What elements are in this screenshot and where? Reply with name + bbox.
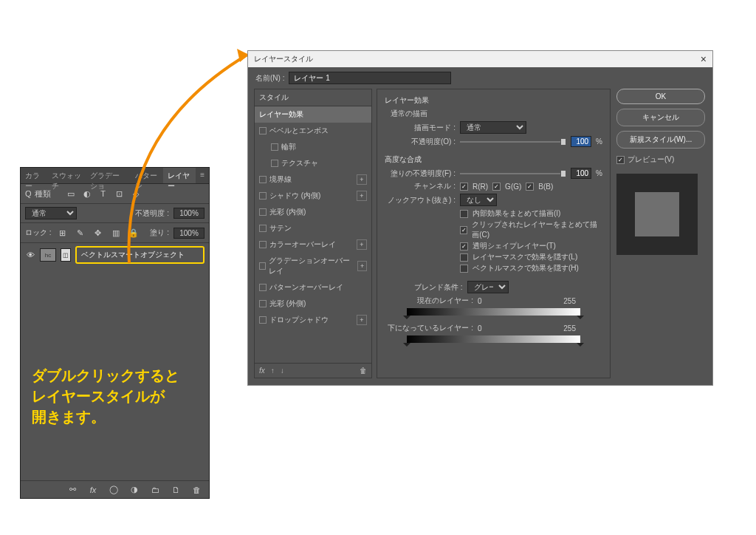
ok-button[interactable]: OK [616, 89, 705, 104]
filter-type-icon[interactable]: T [97, 187, 110, 200]
lock-pixels-icon[interactable]: ⊞ [56, 226, 69, 239]
fx-trash-icon[interactable]: 🗑 [360, 367, 367, 375]
filter-crop-icon[interactable]: ⊡ [113, 187, 126, 200]
knockout-dropdown[interactable]: なし [460, 194, 497, 206]
style-add-icon[interactable]: + [357, 261, 367, 271]
style-label: 光彩 (外側) [269, 299, 306, 309]
visibility-icon[interactable]: 👁 [25, 250, 35, 260]
style-item-1[interactable]: ベベルとエンボス [255, 123, 371, 139]
this-layer-gradient[interactable] [407, 308, 580, 316]
style-item-5[interactable]: シャドウ (内側)+ [255, 188, 371, 204]
fx-icon[interactable]: fx [86, 483, 100, 497]
adv-check-4[interactable] [460, 265, 468, 273]
adv-check-2[interactable] [460, 242, 468, 251]
channel-b-checkbox[interactable] [526, 183, 534, 191]
fx-up-icon[interactable]: ↑ [271, 367, 275, 375]
percent-label: % [596, 137, 602, 146]
style-checkbox[interactable] [259, 192, 267, 200]
link-icon[interactable]: ⚯ [66, 483, 79, 497]
tab-gradient[interactable]: グラデーショ [86, 168, 130, 183]
opacity-value[interactable]: 100% [173, 208, 205, 219]
percent-label-2: % [596, 169, 602, 177]
lock-artboard-icon[interactable]: ▥ [109, 226, 123, 239]
style-item-6[interactable]: 光彩 (内側) [255, 204, 371, 220]
fill-value[interactable]: 100% [173, 228, 205, 239]
blendif-dropdown[interactable]: グレー [467, 281, 509, 293]
filter-image-icon[interactable]: ▭ [64, 187, 78, 200]
style-item-11[interactable]: 光彩 (外側) [255, 296, 371, 312]
panel-tabs: カラー スウォッチ グラデーショ パターン レイヤー ≡ [21, 168, 209, 184]
style-label: テクスチャ [281, 158, 318, 168]
section-advanced: 高度な合成 [385, 154, 602, 165]
filter-adjust-icon[interactable]: ◐ [80, 187, 94, 200]
fill-opacity-input[interactable] [571, 168, 591, 179]
this-layer-high: 255 [563, 297, 576, 305]
under-layer-gradient[interactable] [407, 335, 580, 343]
layer-style-dialog: レイヤースタイル × 名前(N) : スタイル レイヤー効果ベベルとエンボス輪郭… [247, 50, 713, 386]
channel-r-checkbox[interactable] [460, 183, 468, 191]
style-item-8[interactable]: カラーオーバーレイ+ [255, 236, 371, 253]
style-checkbox[interactable] [271, 143, 278, 151]
style-checkbox[interactable] [259, 316, 267, 324]
blend-mode-select[interactable]: 通常 [25, 207, 77, 219]
style-checkbox[interactable] [259, 176, 267, 183]
style-item-10[interactable]: パターンオーバーレイ [255, 279, 371, 296]
fx-footer-icon[interactable]: fx [259, 367, 265, 375]
style-add-icon[interactable]: + [357, 191, 367, 201]
adv-check-1[interactable] [460, 226, 467, 234]
fill-opacity-slider[interactable] [460, 170, 566, 177]
style-label: ドロップシャドウ [269, 315, 329, 325]
style-item-4[interactable]: 境界線+ [255, 171, 371, 188]
new-style-button[interactable]: 新規スタイル(W)... [616, 131, 705, 149]
preview-checkbox[interactable] [616, 156, 625, 164]
tab-layers[interactable]: レイヤー [163, 168, 196, 183]
layer-row[interactable]: 👁 hc ◫ ベクトルスマートオブジェクト [21, 243, 209, 267]
style-checkbox[interactable] [259, 127, 267, 134]
tab-swatch[interactable]: スウォッチ [47, 168, 86, 183]
adv-check-3[interactable] [460, 253, 468, 262]
cancel-button[interactable]: キャンセル [616, 109, 705, 126]
filter-shape-icon[interactable]: ◇ [129, 187, 142, 200]
preview-box [616, 174, 698, 255]
style-checkbox[interactable] [271, 160, 278, 167]
layer-thumb: hc [40, 248, 56, 262]
close-icon[interactable]: × [701, 53, 707, 65]
style-checkbox[interactable] [259, 208, 267, 216]
adjustment-icon[interactable]: ◑ [128, 483, 141, 497]
style-item-0[interactable]: レイヤー効果 [255, 106, 371, 123]
name-input[interactable] [289, 72, 451, 84]
blend-mode-dropdown[interactable]: 通常 [460, 121, 526, 134]
style-add-icon[interactable]: + [357, 239, 367, 250]
style-add-icon[interactable]: + [357, 174, 367, 185]
style-checkbox[interactable] [259, 300, 267, 307]
dialog-buttons: OK キャンセル 新規スタイル(W)... プレビュー(V) [615, 89, 707, 378]
style-checkbox[interactable] [259, 241, 267, 248]
new-layer-icon[interactable]: 🗋 [169, 483, 182, 497]
style-add-icon[interactable]: + [357, 315, 367, 325]
adv-check-0[interactable] [460, 210, 468, 218]
style-item-3[interactable]: テクスチャ [255, 155, 371, 171]
trash-icon[interactable]: 🗑 [190, 483, 203, 497]
style-item-7[interactable]: サテン [255, 220, 371, 236]
style-item-2[interactable]: 輪郭 [255, 139, 371, 155]
opacity-input[interactable] [571, 136, 591, 147]
lock-move-icon[interactable]: ✥ [92, 226, 105, 239]
opacity-slider[interactable] [460, 138, 566, 146]
tab-color[interactable]: カラー [21, 168, 47, 183]
style-checkbox[interactable] [259, 284, 267, 291]
mask-icon[interactable]: ◯ [107, 483, 120, 497]
style-item-12[interactable]: ドロップシャドウ+ [255, 312, 371, 328]
fx-down-icon[interactable]: ↓ [281, 367, 284, 375]
style-item-9[interactable]: グラデーションオーバーレイ+ [255, 253, 371, 279]
panel-menu-icon[interactable]: ≡ [196, 168, 209, 183]
style-checkbox[interactable] [259, 225, 267, 232]
channel-b-label: B(B) [538, 183, 553, 191]
folder-icon[interactable]: 🗀 [148, 483, 162, 497]
channel-g-checkbox[interactable] [492, 183, 501, 191]
tab-pattern[interactable]: パターン [131, 168, 163, 183]
opacity-label-2: 不透明度(O) : [385, 137, 456, 147]
layer-name[interactable]: ベクトルスマートオブジェクト [75, 246, 205, 264]
style-checkbox[interactable] [259, 262, 266, 270]
lock-all-icon[interactable]: 🔒 [127, 226, 140, 239]
lock-brush-icon[interactable]: ✎ [74, 226, 87, 239]
